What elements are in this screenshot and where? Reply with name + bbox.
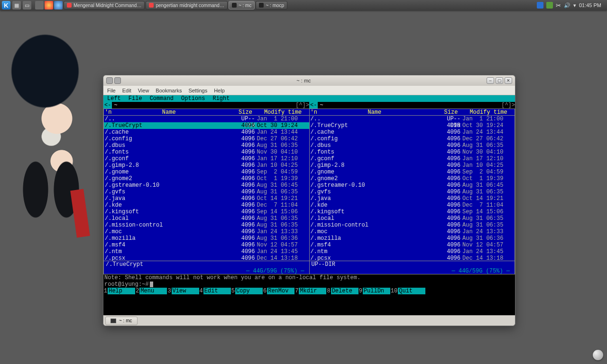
fkey-menu[interactable]: 2Menu: [135, 288, 167, 294]
file-row[interactable]: /.kingsoft4096Sep 14 15:06: [310, 209, 515, 215]
fkey-quit[interactable]: 10Quit: [390, 288, 425, 294]
activity-icon[interactable]: ▦: [12, 1, 21, 9]
file-row[interactable]: /.local4096Aug 31 06:35: [310, 215, 515, 222]
col-name-header[interactable]: Name: [104, 109, 234, 115]
disk-usage-right: — 44G/59G (75%) —: [310, 268, 515, 274]
desktop-cashew-icon[interactable]: [593, 350, 603, 360]
file-row[interactable]: /.gimp-2.84096Jan 10 04:25: [104, 162, 309, 169]
file-row[interactable]: /.ntm4096Jan 24 13:45: [104, 248, 309, 255]
file-row[interactable]: /.gconf4096Jan 17 12:10: [104, 155, 309, 162]
file-row[interactable]: /.gstreamer-0.104096Aug 31 06:45: [104, 182, 309, 189]
mc-menu-command[interactable]: Command: [146, 95, 177, 102]
mc-menu-right[interactable]: Right: [209, 95, 233, 102]
file-row[interactable]: /.ntm4096Jan 24 13:45: [310, 248, 515, 255]
file-row[interactable]: /.msf44096Nov 12 04:57: [104, 242, 309, 248]
col-size-header[interactable]: Size: [234, 109, 257, 115]
menu-bookmarks[interactable]: Bookmarks: [156, 88, 182, 93]
file-row[interactable]: /.kingsoft4096Sep 14 15:06: [104, 209, 309, 215]
file-row[interactable]: /.config4096Dec 27 06:42: [310, 136, 515, 142]
kde-panel: K ▦ ▭ Mengenal Midnight Command…pengerti…: [0, 0, 607, 10]
tray-expand-icon[interactable]: ▾: [573, 2, 576, 9]
file-row[interactable]: /.mozilla4096Aug 31 06:36: [104, 235, 309, 242]
fkey-edit[interactable]: 4Edit: [199, 288, 231, 294]
download-icon[interactable]: [537, 2, 543, 9]
konsole-tab[interactable]: ~ : mc: [105, 317, 138, 325]
mc-menu-file[interactable]: File: [125, 95, 146, 102]
file-row[interactable]: /.java4096Oct 14 19:21: [310, 195, 515, 202]
task-mengenal-midnight-command-[interactable]: Mengenal Midnight Command…: [64, 1, 145, 9]
file-row[interactable]: /.moc4096Jan 24 13:33: [310, 228, 515, 235]
fkey-pulldn[interactable]: 9PullDn: [359, 288, 390, 294]
menu-edit[interactable]: Edit: [122, 88, 131, 93]
file-row[interactable]: /..UP--DIRJan 1 21:00: [104, 116, 309, 122]
file-row[interactable]: /.gimp-2.84096Jan 10 04:25: [310, 162, 515, 169]
file-row[interactable]: /.moc4096Jan 24 13:33: [104, 228, 309, 235]
menu-file[interactable]: File: [107, 88, 116, 93]
terminal-content[interactable]: LeftFileCommandOptionsRight <-~[^]> <-~[…: [103, 95, 515, 315]
taskbar: Mengenal Midnight Command…pengertian mid…: [35, 1, 533, 9]
fkey-mkdir[interactable]: 7Mkdir: [294, 288, 326, 294]
task--mc[interactable]: ~ : mc: [229, 1, 255, 9]
file-row[interactable]: /.local4096Aug 31 06:35: [104, 215, 309, 222]
menu-help[interactable]: Help: [214, 88, 225, 93]
file-row[interactable]: /.gstreamer-0.104096Aug 31 06:45: [310, 182, 515, 189]
file-row[interactable]: /.gnome24096Oct 1 19:39: [310, 175, 515, 182]
close-button[interactable]: ✕: [505, 77, 512, 84]
fkey-copy[interactable]: 5Copy: [231, 288, 263, 294]
file-row[interactable]: /.mission-control4096Aug 31 06:35: [310, 222, 515, 228]
file-row[interactable]: /.gnome4096Sep 2 04:59: [104, 169, 309, 175]
file-row[interactable]: /.cache4096Jan 24 13:44: [310, 129, 515, 136]
mc-left-panel[interactable]: 'n Name Size Modify time /..UP--DIRJan 1…: [103, 109, 309, 274]
shell-prompt[interactable]: root@iyung:~#: [103, 281, 515, 288]
fkey-help[interactable]: 1Help: [103, 288, 135, 294]
right-panel-path: ~: [318, 102, 323, 109]
file-row[interactable]: /.dbus4096Aug 31 06:35: [310, 142, 515, 149]
file-row[interactable]: /.kde4096Dec 7 11:04: [310, 202, 515, 209]
file-row[interactable]: /.fonts4096Nov 30 04:10: [310, 149, 515, 155]
dolphin-launcher-icon[interactable]: [35, 1, 44, 9]
file-row[interactable]: /.java4096Oct 14 19:21: [104, 195, 309, 202]
mc-menu-left[interactable]: Left: [103, 95, 125, 102]
minimize-button[interactable]: –: [487, 77, 494, 84]
file-row[interactable]: /.gvfs4096Aug 31 06:35: [310, 189, 515, 195]
file-row[interactable]: /.gnome4096Sep 2 04:59: [310, 169, 515, 175]
file-row[interactable]: /.gconf4096Jan 17 12:10: [310, 155, 515, 162]
mc-note: Note: Shell commands will not work when …: [103, 274, 515, 281]
menu-view[interactable]: View: [138, 88, 149, 93]
file-row[interactable]: /.cache4096Jan 24 13:44: [104, 129, 309, 136]
chromium-launcher-icon[interactable]: [54, 1, 63, 9]
k-menu-icon[interactable]: K: [2, 1, 10, 9]
col-mtime-header[interactable]: Modify time: [257, 109, 309, 115]
fkey-renmov[interactable]: 6RenMov: [263, 288, 294, 294]
window-pin-icon[interactable]: [114, 77, 121, 84]
window-titlebar[interactable]: ~ : mc – ▢ ✕: [103, 75, 515, 86]
clock[interactable]: 01:45 PM: [579, 2, 603, 8]
network-icon[interactable]: [546, 2, 553, 9]
maximize-button[interactable]: ▢: [496, 77, 503, 84]
menu-settings[interactable]: Settings: [188, 88, 207, 93]
left-panel-path: ~: [112, 102, 117, 109]
mc-right-panel[interactable]: 'n Name Size Modify time /..UP--DIRJan 1…: [309, 109, 515, 274]
task-pengertian-midnight-command-[interactable]: pengertian midnight command…: [146, 1, 228, 9]
fkey-view[interactable]: 3View: [167, 288, 199, 294]
fkey-delete[interactable]: 8Delete: [326, 288, 358, 294]
file-row[interactable]: /.TrueCrypt4096Oct 30 19:24: [104, 122, 309, 129]
file-row[interactable]: /.gvfs4096Aug 31 06:35: [104, 189, 309, 195]
mc-menu-options[interactable]: Options: [177, 95, 209, 102]
file-row[interactable]: /.msf44096Nov 12 04:57: [310, 242, 515, 248]
file-row[interactable]: /.kde4096Dec 7 11:04: [104, 202, 309, 209]
file-row[interactable]: /.gnome24096Oct 1 19:39: [104, 175, 309, 182]
chrome-launcher-icon[interactable]: [45, 1, 53, 9]
clipboard-icon[interactable]: ✂: [556, 2, 561, 9]
file-row[interactable]: /.TrueCrypt4096Oct 30 19:24: [310, 122, 515, 129]
file-row[interactable]: /..UP--DIRJan 1 21:00: [310, 116, 515, 122]
file-row[interactable]: /.dbus4096Aug 31 06:35: [104, 142, 309, 149]
file-row[interactable]: /.config4096Dec 27 06:42: [104, 136, 309, 142]
file-row[interactable]: /.mission-control4096Aug 31 06:35: [104, 222, 309, 228]
file-row[interactable]: /.fonts4096Nov 30 04:10: [104, 149, 309, 155]
file-row[interactable]: /.mozilla4096Aug 31 06:36: [310, 235, 515, 242]
task--mocp[interactable]: ~ : mocp: [256, 1, 287, 9]
volume-icon[interactable]: 🔊: [564, 2, 570, 9]
window-menu-icon[interactable]: [106, 77, 113, 84]
desktop-icon[interactable]: ▭: [23, 1, 31, 9]
